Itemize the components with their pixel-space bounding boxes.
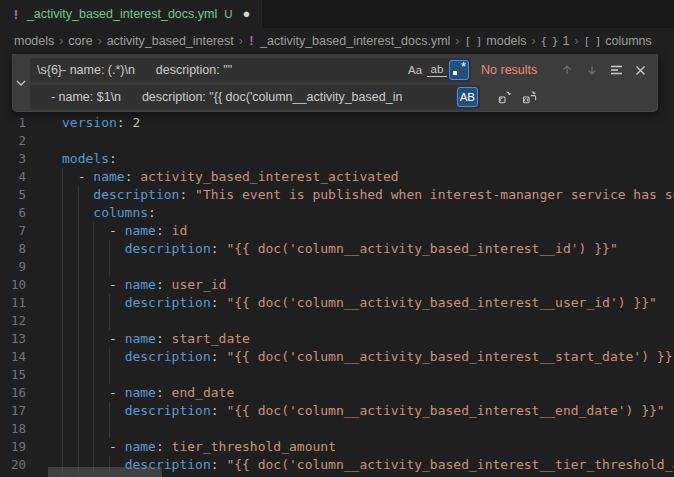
replace-all-button[interactable] bbox=[519, 87, 540, 108]
find-input-value: \s{6}- name: (.*)\n description: "" bbox=[37, 63, 232, 77]
breadcrumb-label: _activity_based_interest_docs.yml bbox=[260, 34, 450, 48]
whole-word-toggle[interactable]: ab bbox=[427, 63, 447, 77]
code-line[interactable]: 18 bbox=[0, 420, 674, 438]
symbol-array-icon: [ ] bbox=[583, 35, 600, 48]
breadcrumb-separator: › bbox=[59, 34, 63, 48]
replace-all-icon bbox=[522, 90, 537, 105]
code-text: - name: id bbox=[62, 222, 187, 240]
line-number: 9 bbox=[0, 258, 26, 276]
horizontal-scrollbar[interactable] bbox=[48, 467, 162, 477]
code-text: description: "{{ doc('column__activity_b… bbox=[62, 240, 618, 258]
code-line[interactable]: 4 - name: activity_based_interest_activa… bbox=[0, 168, 674, 186]
replace-button[interactable] bbox=[494, 87, 515, 108]
line-number: 12 bbox=[0, 312, 26, 330]
line-number: 10 bbox=[0, 276, 26, 294]
code-line[interactable]: 11 description: "{{ doc('column__activit… bbox=[0, 294, 674, 312]
breadcrumb-item-core[interactable]: core bbox=[68, 34, 92, 48]
code-line[interactable]: 8 description: "{{ doc('column__activity… bbox=[0, 240, 674, 258]
tab-bar: ! _activity_based_interest_docs.yml U ● bbox=[0, 0, 674, 28]
line-number: 3 bbox=[0, 150, 26, 168]
code-line[interactable]: 19 - name: tier_threshold_amount bbox=[0, 438, 674, 456]
code-line[interactable]: 17 description: "{{ doc('column__activit… bbox=[0, 402, 674, 420]
line-number: 19 bbox=[0, 438, 26, 456]
tab-title: _activity_based_interest_docs.yml bbox=[27, 7, 217, 21]
regex-toggle[interactable]: * bbox=[449, 60, 469, 80]
breadcrumb-label: models bbox=[486, 34, 526, 48]
find-input[interactable]: \s{6}- name: (.*)\n description: "" Aa a… bbox=[30, 58, 471, 82]
symbol-object-icon: { } bbox=[541, 35, 558, 48]
code-line[interactable]: 3models: bbox=[0, 150, 674, 168]
line-number: 7 bbox=[0, 222, 26, 240]
code-line[interactable]: 12 bbox=[0, 312, 674, 330]
match-case-toggle[interactable]: Aa bbox=[405, 60, 425, 80]
indent-guide bbox=[62, 420, 63, 438]
indent-guide bbox=[62, 312, 63, 330]
breadcrumb-label: 1 bbox=[562, 34, 569, 48]
indent-guide bbox=[78, 258, 79, 276]
code-line[interactable]: 2 bbox=[0, 132, 674, 150]
breadcrumb-label: core bbox=[68, 34, 92, 48]
line-number: 8 bbox=[0, 240, 26, 258]
indent-guide bbox=[62, 366, 63, 384]
previous-match-button[interactable] bbox=[557, 60, 578, 81]
code-text: columns: bbox=[62, 204, 156, 222]
editor[interactable]: 1version: 223models:4 - name: activity_b… bbox=[0, 54, 674, 477]
close-find-button[interactable] bbox=[631, 60, 652, 81]
code-line[interactable]: 6 columns: bbox=[0, 204, 674, 222]
regex-icon: * bbox=[453, 64, 465, 76]
code-line[interactable]: 15 bbox=[0, 366, 674, 384]
code-text: - name: end_date bbox=[62, 384, 234, 402]
find-replace-widget: \s{6}- name: (.*)\n description: "" Aa a… bbox=[12, 54, 658, 112]
line-number: 4 bbox=[0, 168, 26, 186]
replace-icon bbox=[497, 90, 512, 105]
code-line[interactable]: 10 - name: user_id bbox=[0, 276, 674, 294]
yaml-file-icon: ! bbox=[12, 7, 20, 22]
breadcrumb-label: columns bbox=[605, 34, 652, 48]
breadcrumb-item-1[interactable]: { }1 bbox=[541, 34, 570, 48]
line-number: 18 bbox=[0, 420, 26, 438]
code-line[interactable]: 1version: 2 bbox=[0, 114, 674, 132]
vscode-window: ! _activity_based_interest_docs.yml U ● … bbox=[0, 0, 674, 477]
yaml-exclamation-icon: ! bbox=[248, 34, 255, 48]
find-in-selection-button[interactable] bbox=[606, 60, 627, 81]
code-text: - name: user_id bbox=[62, 276, 226, 294]
breadcrumb-label: activity_based_interest bbox=[107, 34, 234, 48]
editor-tab[interactable]: ! _activity_based_interest_docs.yml U ● bbox=[0, 0, 262, 28]
code-text: description: "{{ doc('column__activity_b… bbox=[62, 294, 657, 312]
line-number: 11 bbox=[0, 294, 26, 312]
breadcrumb-item-_activity_based_interest_docs.yml[interactable]: !_activity_based_interest_docs.yml bbox=[248, 34, 451, 48]
code-line[interactable]: 16 - name: end_date bbox=[0, 384, 674, 402]
modified-dot-icon[interactable]: ● bbox=[243, 0, 251, 28]
code-line[interactable]: 14 description: "{{ doc('column__activit… bbox=[0, 348, 674, 366]
breadcrumb-item-models[interactable]: [ ]models bbox=[464, 34, 526, 48]
code-line[interactable]: 13 - name: start_date bbox=[0, 330, 674, 348]
indent-guide bbox=[93, 258, 94, 276]
code-line[interactable]: 9 bbox=[0, 258, 674, 276]
line-number: 17 bbox=[0, 402, 26, 420]
line-number: 1 bbox=[0, 114, 26, 132]
breadcrumb-item-columns[interactable]: [ ]columns bbox=[583, 34, 651, 48]
preserve-case-toggle[interactable]: AB bbox=[457, 87, 478, 107]
toggle-replace-button[interactable] bbox=[13, 54, 29, 111]
replace-input[interactable]: - name: $1\n description: "{{ doc('colum… bbox=[30, 85, 480, 109]
indent-guide bbox=[62, 258, 63, 276]
breadcrumb-separator: › bbox=[455, 34, 459, 48]
code-line[interactable]: 7 - name: id bbox=[0, 222, 674, 240]
indent-guide bbox=[109, 312, 110, 330]
selection-lines-icon bbox=[610, 64, 623, 76]
breadcrumb-item-activity_based_interest[interactable]: activity_based_interest bbox=[107, 34, 234, 48]
line-number: 15 bbox=[0, 366, 26, 384]
code-text: version: 2 bbox=[62, 114, 140, 132]
code-text: description: "{{ doc('column__activity_b… bbox=[62, 402, 665, 420]
breadcrumb-item-models[interactable]: models bbox=[14, 34, 54, 48]
line-number: 14 bbox=[0, 348, 26, 366]
indent-guide bbox=[78, 312, 79, 330]
code-text: - name: start_date bbox=[62, 330, 250, 348]
next-match-button[interactable] bbox=[582, 60, 603, 81]
indent-guide bbox=[109, 420, 110, 438]
code-line[interactable]: 5 description: "This event is published … bbox=[0, 186, 674, 204]
indent-guide bbox=[78, 420, 79, 438]
replace-input-value: - name: $1\n description: "{{ doc('colum… bbox=[37, 90, 402, 104]
indent-guide bbox=[109, 366, 110, 384]
code-text: description: "This event is published wh… bbox=[62, 186, 674, 204]
